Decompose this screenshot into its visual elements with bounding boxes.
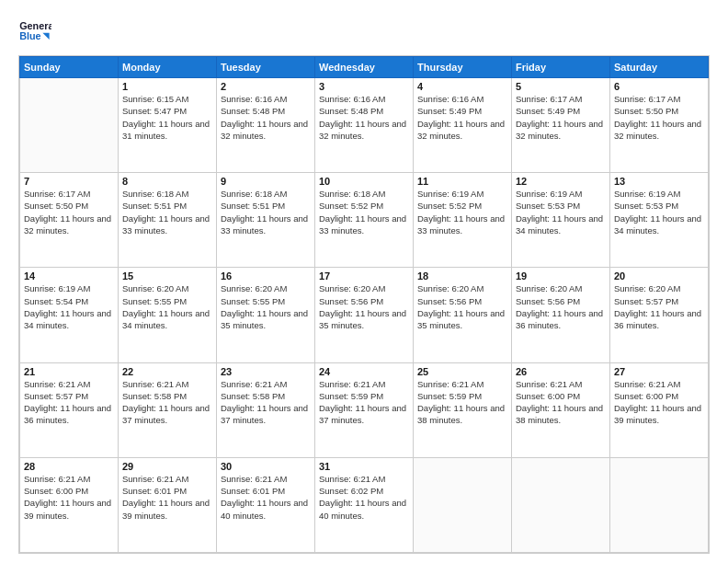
day-number: 25 <box>417 366 507 377</box>
calendar-week-row: 21Sunrise: 6:21 AMSunset: 5:57 PMDayligh… <box>20 362 709 457</box>
calendar-cell: 9Sunrise: 6:18 AMSunset: 5:51 PMDaylight… <box>217 173 315 268</box>
day-info: Sunrise: 6:18 AMSunset: 5:52 PMDaylight:… <box>319 188 409 236</box>
day-number: 15 <box>122 270 212 282</box>
day-number: 9 <box>221 176 311 187</box>
day-info: Sunrise: 6:20 AMSunset: 5:55 PMDaylight:… <box>221 282 311 331</box>
day-number: 12 <box>516 176 606 187</box>
calendar-week-row: 28Sunrise: 6:21 AMSunset: 6:00 PMDayligh… <box>20 457 709 552</box>
day-info: Sunrise: 6:19 AMSunset: 5:53 PMDaylight:… <box>614 188 704 236</box>
day-info: Sunrise: 6:20 AMSunset: 5:57 PMDaylight:… <box>614 282 704 331</box>
day-info: Sunrise: 6:19 AMSunset: 5:54 PMDaylight:… <box>24 282 114 331</box>
day-number: 21 <box>24 366 114 377</box>
day-info: Sunrise: 6:18 AMSunset: 5:51 PMDaylight:… <box>122 188 212 236</box>
calendar-cell: 27Sunrise: 6:21 AMSunset: 6:00 PMDayligh… <box>610 362 709 457</box>
calendar: SundayMondayTuesdayWednesdayThursdayFrid… <box>18 55 710 554</box>
day-number: 2 <box>221 81 311 92</box>
calendar-day-header: Friday <box>512 57 610 78</box>
calendar-header-row: SundayMondayTuesdayWednesdayThursdayFrid… <box>20 57 709 78</box>
calendar-cell: 21Sunrise: 6:21 AMSunset: 5:57 PMDayligh… <box>20 362 119 457</box>
calendar-day-header: Saturday <box>610 57 709 78</box>
day-info: Sunrise: 6:20 AMSunset: 5:56 PMDaylight:… <box>319 282 409 331</box>
calendar-cell: 23Sunrise: 6:21 AMSunset: 5:58 PMDayligh… <box>217 362 315 457</box>
logo: General Blue <box>18 15 51 48</box>
svg-marker-2 <box>42 33 49 40</box>
calendar-cell: 26Sunrise: 6:21 AMSunset: 6:00 PMDayligh… <box>512 362 610 457</box>
day-number: 17 <box>319 270 409 282</box>
calendar-day-header: Sunday <box>20 57 119 78</box>
calendar-cell: 20Sunrise: 6:20 AMSunset: 5:57 PMDayligh… <box>610 268 709 362</box>
calendar-cell: 10Sunrise: 6:18 AMSunset: 5:52 PMDayligh… <box>315 173 414 268</box>
calendar-day-header: Wednesday <box>315 57 414 78</box>
day-info: Sunrise: 6:21 AMSunset: 6:00 PMDaylight:… <box>24 473 114 522</box>
day-number: 14 <box>24 270 114 282</box>
day-number: 1 <box>122 81 212 92</box>
day-number: 28 <box>24 461 114 472</box>
day-number: 4 <box>417 81 507 92</box>
day-number: 8 <box>122 176 212 187</box>
calendar-cell: 7Sunrise: 6:17 AMSunset: 5:50 PMDaylight… <box>20 173 119 268</box>
calendar-cell: 1Sunrise: 6:15 AMSunset: 5:47 PMDaylight… <box>119 78 217 173</box>
calendar-cell <box>512 457 610 552</box>
day-info: Sunrise: 6:21 AMSunset: 5:58 PMDaylight:… <box>122 378 212 427</box>
day-number: 18 <box>417 270 507 282</box>
day-number: 29 <box>122 461 212 472</box>
day-number: 31 <box>319 461 409 472</box>
day-number: 30 <box>221 461 311 472</box>
day-info: Sunrise: 6:16 AMSunset: 5:48 PMDaylight:… <box>319 93 409 142</box>
calendar-cell: 12Sunrise: 6:19 AMSunset: 5:53 PMDayligh… <box>512 173 610 268</box>
calendar-cell: 2Sunrise: 6:16 AMSunset: 5:48 PMDaylight… <box>217 78 315 173</box>
calendar-cell: 14Sunrise: 6:19 AMSunset: 5:54 PMDayligh… <box>20 268 119 362</box>
calendar-body: 1Sunrise: 6:15 AMSunset: 5:47 PMDaylight… <box>20 78 709 553</box>
day-number: 23 <box>221 366 311 377</box>
day-number: 6 <box>614 81 704 92</box>
calendar-cell: 17Sunrise: 6:20 AMSunset: 5:56 PMDayligh… <box>315 268 414 362</box>
calendar-week-row: 14Sunrise: 6:19 AMSunset: 5:54 PMDayligh… <box>20 268 709 362</box>
day-number: 7 <box>24 176 114 187</box>
calendar-cell <box>20 78 119 173</box>
calendar-cell <box>414 457 512 552</box>
day-info: Sunrise: 6:21 AMSunset: 6:01 PMDaylight:… <box>122 473 212 522</box>
calendar-cell: 28Sunrise: 6:21 AMSunset: 6:00 PMDayligh… <box>20 457 119 552</box>
calendar-cell: 4Sunrise: 6:16 AMSunset: 5:49 PMDaylight… <box>414 78 512 173</box>
day-info: Sunrise: 6:19 AMSunset: 5:52 PMDaylight:… <box>417 188 507 236</box>
day-number: 5 <box>516 81 606 92</box>
day-number: 24 <box>319 366 409 377</box>
svg-text:Blue: Blue <box>19 30 40 41</box>
day-number: 10 <box>319 176 409 187</box>
calendar-cell: 25Sunrise: 6:21 AMSunset: 5:59 PMDayligh… <box>414 362 512 457</box>
calendar-cell: 15Sunrise: 6:20 AMSunset: 5:55 PMDayligh… <box>119 268 217 362</box>
day-info: Sunrise: 6:15 AMSunset: 5:47 PMDaylight:… <box>122 93 212 142</box>
calendar-cell: 22Sunrise: 6:21 AMSunset: 5:58 PMDayligh… <box>119 362 217 457</box>
header: General Blue <box>18 15 710 48</box>
calendar-cell: 19Sunrise: 6:20 AMSunset: 5:56 PMDayligh… <box>512 268 610 362</box>
day-info: Sunrise: 6:20 AMSunset: 5:56 PMDaylight:… <box>417 282 507 331</box>
day-info: Sunrise: 6:17 AMSunset: 5:50 PMDaylight:… <box>614 93 704 142</box>
calendar-cell: 13Sunrise: 6:19 AMSunset: 5:53 PMDayligh… <box>610 173 709 268</box>
calendar-cell: 8Sunrise: 6:18 AMSunset: 5:51 PMDaylight… <box>119 173 217 268</box>
svg-text:General: General <box>19 20 51 31</box>
day-info: Sunrise: 6:16 AMSunset: 5:48 PMDaylight:… <box>221 93 311 142</box>
day-info: Sunrise: 6:21 AMSunset: 5:59 PMDaylight:… <box>319 378 409 427</box>
page: General Blue SundayMondayTuesdayWednesda… <box>0 0 728 563</box>
day-number: 27 <box>614 366 704 377</box>
calendar-cell: 30Sunrise: 6:21 AMSunset: 6:01 PMDayligh… <box>217 457 315 552</box>
calendar-cell: 5Sunrise: 6:17 AMSunset: 5:49 PMDaylight… <box>512 78 610 173</box>
day-number: 26 <box>516 366 606 377</box>
calendar-cell: 6Sunrise: 6:17 AMSunset: 5:50 PMDaylight… <box>610 78 709 173</box>
day-number: 22 <box>122 366 212 377</box>
day-info: Sunrise: 6:17 AMSunset: 5:49 PMDaylight:… <box>516 93 606 142</box>
day-info: Sunrise: 6:19 AMSunset: 5:53 PMDaylight:… <box>516 188 606 236</box>
calendar-cell <box>610 457 709 552</box>
day-number: 19 <box>516 270 606 282</box>
day-info: Sunrise: 6:20 AMSunset: 5:56 PMDaylight:… <box>516 282 606 331</box>
day-info: Sunrise: 6:18 AMSunset: 5:51 PMDaylight:… <box>221 188 311 236</box>
logo-icon: General Blue <box>18 15 51 48</box>
day-number: 11 <box>417 176 507 187</box>
calendar-cell: 24Sunrise: 6:21 AMSunset: 5:59 PMDayligh… <box>315 362 414 457</box>
day-info: Sunrise: 6:21 AMSunset: 6:00 PMDaylight:… <box>516 378 606 427</box>
calendar-cell: 11Sunrise: 6:19 AMSunset: 5:52 PMDayligh… <box>414 173 512 268</box>
day-number: 16 <box>221 270 311 282</box>
day-info: Sunrise: 6:21 AMSunset: 6:02 PMDaylight:… <box>319 473 409 522</box>
calendar-cell: 16Sunrise: 6:20 AMSunset: 5:55 PMDayligh… <box>217 268 315 362</box>
day-info: Sunrise: 6:21 AMSunset: 6:00 PMDaylight:… <box>614 378 704 427</box>
